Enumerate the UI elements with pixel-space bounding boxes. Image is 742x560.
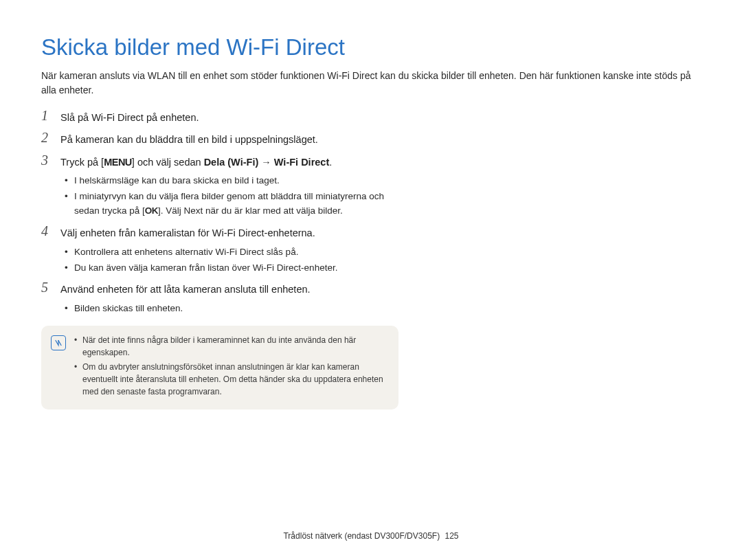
step-1: 1 Slå på Wi-Fi Direct på enheten. <box>41 110 398 125</box>
intro-paragraph: När kameran ansluts via WLAN till en enh… <box>41 69 701 98</box>
step-3: 3 Tryck på [MENU] och välj sedan Dela (W… <box>41 155 398 219</box>
text-fragment: när du är klar med att välja bilder. <box>203 205 342 216</box>
step-number: 5 <box>41 280 48 295</box>
step-number: 4 <box>41 223 48 239</box>
step-text: Tryck på [MENU] och välj sedan Dela (Wi-… <box>60 155 398 170</box>
option-wifi-direct: Wi-Fi Direct <box>274 157 329 168</box>
document-page: Skicka bilder med Wi-Fi Direct När kamer… <box>0 0 742 560</box>
step-5-bullets: Bilden skickas till enheten. <box>65 298 398 316</box>
page-title: Skicka bilder med Wi-Fi Direct <box>41 34 701 60</box>
step-3-bullets: I helskärmsläge kan du bara skicka en bi… <box>65 170 398 219</box>
step-number: 1 <box>41 108 48 124</box>
bullet-item: Du kan även välja kameran från listan öv… <box>65 261 398 276</box>
bullet-item: Kontrollera att enhetens alternativ Wi-F… <box>65 245 398 260</box>
note-item: Om du avbryter anslutningsförsöket innan… <box>74 361 389 398</box>
page-number: 125 <box>445 531 458 541</box>
step-2: 2 På kameran kan du bläddra till en bild… <box>41 132 398 147</box>
next-button-label: Next <box>184 205 203 216</box>
page-footer: Trådlöst nätverk (endast DV300F/DV305F) … <box>0 531 742 541</box>
menu-button-label: MENU <box>104 157 132 168</box>
text-fragment: . <box>329 157 332 168</box>
bullet-item: I helskärmsläge kan du bara skicka en bi… <box>65 174 398 188</box>
note-box: När det inte finns några bilder i kamera… <box>41 326 398 410</box>
steps-list: 1 Slå på Wi-Fi Direct på enheten. 2 På k… <box>41 110 398 410</box>
ok-button-label: OK <box>145 205 158 216</box>
step-text: På kameran kan du bläddra till en bild i… <box>60 132 398 147</box>
bullet-item: I miniatyrvyn kan du välja flera bilder … <box>65 190 398 219</box>
step-number: 3 <box>41 153 48 168</box>
footer-text: Trådlöst nätverk (endast DV300F/DV305F) <box>283 531 440 541</box>
note-item: När det inte finns några bilder i kamera… <box>74 334 389 359</box>
step-5: 5 Använd enheten för att låta kameran an… <box>41 282 398 315</box>
bullet-item: Bilden skickas till enheten. <box>65 302 398 316</box>
step-text: Slå på Wi-Fi Direct på enheten. <box>60 110 398 125</box>
option-share-wifi: Dela (Wi-Fi) <box>204 157 259 168</box>
note-list: När det inte finns några bilder i kamera… <box>74 334 389 400</box>
step-text: Välj enheten från kameralistan för Wi-Fi… <box>60 225 398 240</box>
step-text: Använd enheten för att låta kameran ansl… <box>60 282 398 297</box>
step-number: 2 <box>41 130 48 146</box>
text-fragment: ] och välj sedan <box>132 157 204 168</box>
note-icon <box>51 335 66 350</box>
step-4-bullets: Kontrollera att enhetens alternativ Wi-F… <box>65 241 398 276</box>
text-fragment: Tryck på [ <box>60 157 104 168</box>
text-fragment: ]. Välj <box>158 205 184 216</box>
arrow-icon: → <box>258 157 274 168</box>
step-4: 4 Välj enheten från kameralistan för Wi-… <box>41 225 398 275</box>
